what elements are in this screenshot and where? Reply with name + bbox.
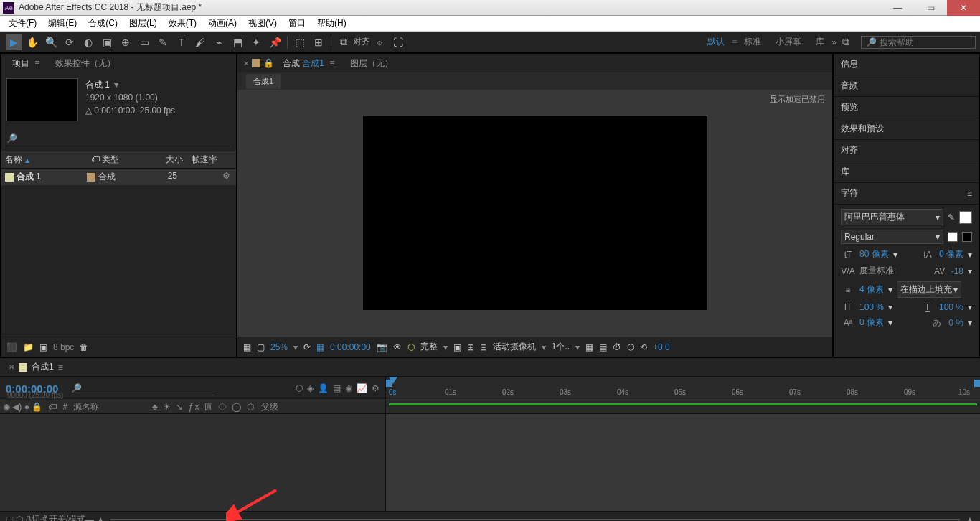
project-search[interactable]: 🔎 [6,131,230,146]
panel-info[interactable]: 信息 [834,54,979,75]
zoom-level[interactable]: 25% [270,342,288,352]
project-row[interactable]: 合成 1 合成 25 ⚙ [1,169,236,185]
exposure-value[interactable]: +0.0 [653,342,670,352]
stroke-width[interactable]: 4 像素 [859,283,884,296]
orbit-tool[interactable]: ⟳ [62,34,77,50]
close-tab-icon[interactable]: ✕ [9,363,14,371]
selection-tool[interactable]: ▶ [6,34,22,50]
camera-tool[interactable]: ▣ [99,34,115,50]
resolution-icon[interactable]: ⟳ [303,342,311,352]
panel-align[interactable]: 对齐 [834,140,979,161]
stroke-mode-select[interactable]: 在描边上填充▾ [897,281,961,298]
rotate-tool[interactable]: ◐ [80,34,96,50]
tracking-value[interactable]: -18 [951,266,963,276]
close-tab-icon[interactable]: ✕ [243,60,249,67]
zoom-out-icon[interactable]: ▬ ▲ [85,515,105,522]
world-axis-icon[interactable]: ⊞ [311,34,326,50]
panel-audio[interactable]: 音频 [834,75,979,97]
pixel-aspect-icon[interactable]: ▤ [599,342,607,352]
interpret-icon[interactable]: ⬛ [6,342,17,352]
vscale-value[interactable]: 100 % [859,302,884,312]
lock-icon[interactable]: 🔒 [263,58,274,68]
puppet-tool[interactable]: 📌 [267,34,283,50]
search-help-input[interactable] [880,37,971,47]
folder-icon[interactable]: 📁 [23,342,34,352]
toggle-mask-icon[interactable]: ▢ [257,342,265,352]
trash-icon[interactable]: 🗑 [80,342,88,352]
graph-editor-icon[interactable]: 📈 [357,383,367,393]
preview-time[interactable]: 0:00:00:00 [330,342,371,352]
playhead[interactable] [389,377,397,384]
menu-file[interactable]: 文件(F) [3,16,42,31]
menu-window[interactable]: 窗口 [283,16,311,31]
zoom-tool[interactable]: 🔍 [43,34,59,50]
fast-preview-icon[interactable]: ▦ [585,342,593,352]
panel-menu-icon[interactable]: ≡ [967,189,972,199]
snapshot-icon[interactable]: 📷 [377,342,387,352]
bpc-label[interactable]: 8 bpc [53,342,74,352]
eyedropper-icon[interactable]: ✎ [948,212,955,222]
menu-layer[interactable]: 图层(L) [123,16,163,31]
flowchart-icon[interactable]: ⚙ [222,171,236,183]
tab-layer[interactable]: 图层（无） [344,55,399,72]
comp-mini-flowchart-icon[interactable]: ⬡ [296,383,303,393]
panel-preview[interactable]: 预览 [834,97,979,118]
workspace-small[interactable]: 小屏幕 [768,36,809,48]
timeline-tracks[interactable] [386,414,980,511]
tab-composition[interactable]: 合成 合成1 ≡ [277,55,340,72]
resolution-select[interactable]: 完整 [420,341,438,353]
composition-canvas[interactable] [363,116,707,310]
flowchart-icon[interactable]: ⬡ [627,342,634,352]
comp-subtab[interactable]: 合成1 [246,74,281,89]
label-col-icon[interactable]: 🏷 [45,402,60,412]
av-col-icon[interactable]: ◉ ◀) ● 🔒 [0,402,45,412]
menu-help[interactable]: 帮助(H) [311,16,352,31]
brush-tool[interactable]: 🖌 [192,34,208,50]
panel-toggle-icon[interactable]: ⧉ [838,34,854,50]
baseline-value[interactable]: 0 像素 [859,316,884,329]
composition-viewer[interactable]: 显示加速已禁用 [237,90,832,337]
roto-tool[interactable]: ✦ [248,34,264,50]
stroke-color-black[interactable] [962,232,972,242]
menu-composition[interactable]: 合成(C) [83,16,123,31]
menu-animation[interactable]: 动画(A) [202,16,242,31]
reset-exposure-icon[interactable]: ⟲ [640,342,647,352]
local-axis-icon[interactable]: ⬚ [292,34,308,50]
pen-tool[interactable]: ✎ [155,34,171,50]
menu-effect[interactable]: 效果(T) [163,16,202,31]
font-style-select[interactable]: Regular▾ [841,230,943,244]
panel-menu-icon[interactable]: ≡ [58,362,63,372]
panel-library[interactable]: 库 [834,161,979,183]
panel-effects-presets[interactable]: 效果和预设 [834,118,979,140]
fill-color[interactable] [959,211,972,224]
anchor-tool[interactable]: ⊕ [118,34,133,50]
hand-tool[interactable]: ✋ [24,34,40,50]
type-tool[interactable]: T [174,34,189,50]
guides-icon[interactable]: ⊟ [480,342,487,352]
minimize-button[interactable]: — [881,0,914,16]
workspace-default[interactable]: 默认 [700,36,732,48]
toggle-switches-modes[interactable]: 切换开关/模式 [32,513,85,521]
snap-icon[interactable]: ⧉ [336,34,352,50]
workarea-end[interactable] [974,380,980,387]
grid-icon[interactable]: ⊞ [467,342,474,352]
workspace-standard[interactable]: 标准 [737,36,768,48]
hscale-value[interactable]: 100 % [939,302,963,312]
font-family-select[interactable]: 阿里巴巴普惠体▾ [841,209,943,225]
shy-icon[interactable]: 👤 [318,383,329,393]
parent-col[interactable]: 父级 [258,401,281,413]
camera-select[interactable]: 活动摄像机 [493,341,536,353]
frame-blend-icon[interactable]: ▤ [333,383,341,393]
workspace-overflow-icon[interactable]: » [831,37,837,47]
search-help[interactable]: 🔎 [861,36,976,49]
tsume-value[interactable]: 0 % [948,318,963,328]
time-ruler[interactable]: 0s 01s 02s 03s 04s 05s 06s 07s 08s 09s 1… [386,377,980,400]
motion-blur-icon[interactable]: ◉ [345,383,352,393]
source-name-col[interactable]: 源名称 [70,401,149,413]
views-select[interactable]: 1个.. [552,341,570,353]
menu-view[interactable]: 视图(V) [242,16,283,31]
toggle-alpha-icon[interactable]: ▦ [243,342,251,352]
snap-opt1-icon[interactable]: ⟐ [372,34,387,50]
stroke-color-white[interactable] [948,232,958,242]
tab-project[interactable]: 项目 ≡ [6,55,45,72]
